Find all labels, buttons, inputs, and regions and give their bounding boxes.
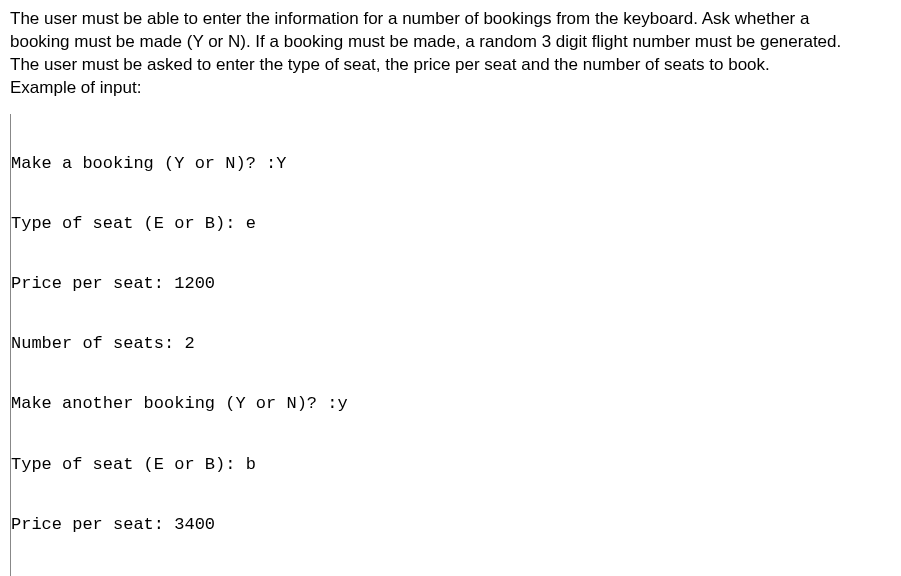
instruction-line: The user must be asked to enter the type… (10, 54, 891, 77)
console-line: Price per seat: 3400 (11, 515, 891, 535)
prompt-text: Make a booking (Y or N)? : (11, 154, 276, 173)
prompt-text: Price per seat: (11, 274, 174, 293)
user-input: Y (276, 154, 286, 173)
console-line: Price per seat: 1200 (11, 274, 891, 294)
instruction-line: The user must be able to enter the infor… (10, 8, 891, 31)
console-output: Make a booking (Y or N)? :Y Type of seat… (10, 114, 891, 576)
console-line: Number of seats: 2 (11, 334, 891, 354)
user-input: 2 (184, 334, 194, 353)
user-input: b (246, 455, 256, 474)
user-input: 1200 (174, 274, 215, 293)
console-line: Make another booking (Y or N)? :y (11, 394, 891, 414)
console-line: Make a booking (Y or N)? :Y (11, 154, 891, 174)
instruction-line: booking must be made (Y or N). If a book… (10, 31, 891, 54)
prompt-text: Type of seat (E or B): (11, 455, 246, 474)
console-line: Type of seat (E or B): b (11, 455, 891, 475)
prompt-text: Number of seats: (11, 334, 184, 353)
prompt-text: Make another booking (Y or N)? : (11, 394, 337, 413)
console-line: Type of seat (E or B): e (11, 214, 891, 234)
user-input: e (246, 214, 256, 233)
instructions-block: The user must be able to enter the infor… (10, 8, 891, 100)
prompt-text: Price per seat: (11, 515, 174, 534)
prompt-text: Type of seat (E or B): (11, 214, 246, 233)
instruction-line: Example of input: (10, 77, 891, 100)
user-input: 3400 (174, 515, 215, 534)
user-input: y (337, 394, 347, 413)
